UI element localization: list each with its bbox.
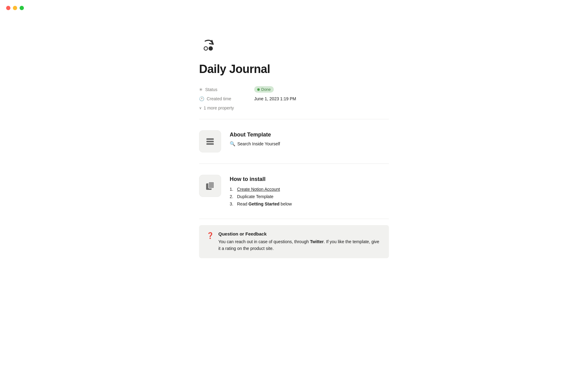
create-notion-account-link[interactable]: Create Notion Account	[237, 187, 280, 192]
install-step-1: 1. Create Notion Account	[230, 186, 389, 193]
page-title: Daily Journal	[199, 63, 389, 76]
page-icon	[199, 37, 389, 56]
feedback-title: Question or Feedback	[218, 231, 382, 236]
chevron-down-icon: ∨	[199, 106, 202, 110]
svg-point-2	[205, 47, 207, 50]
properties-section: ✳ Status Done 🕐 Created time June 1, 202…	[199, 84, 389, 112]
search-inside-yourself-link[interactable]: 🔍 Search Inside Yourself	[230, 141, 389, 147]
minimize-button[interactable]	[13, 6, 17, 10]
created-time-property-row: 🕐 Created time June 1, 2023 1:19 PM	[199, 94, 389, 103]
titlebar	[0, 0, 588, 16]
status-badge: Done	[254, 86, 274, 93]
feedback-text: You can reach out in case of questions, …	[218, 238, 382, 252]
status-property-row: ✳ Status Done	[199, 84, 389, 94]
about-template-title: About Template	[230, 132, 389, 138]
how-to-install-section: How to install 1. Create Notion Account …	[199, 170, 389, 213]
how-to-install-title: How to install	[230, 176, 389, 182]
status-property-value[interactable]: Done	[254, 86, 274, 93]
install-step-2: 2. Duplicate Template	[230, 193, 389, 200]
getting-started-bold: Getting Started	[248, 201, 279, 206]
status-dot	[257, 88, 260, 91]
more-property-toggle[interactable]: ∨ 1 more property	[199, 104, 389, 112]
redo-icon	[199, 37, 217, 55]
how-to-install-content: How to install 1. Create Notion Account …	[230, 175, 389, 208]
install-steps-list: 1. Create Notion Account 2. Duplicate Te…	[230, 186, 389, 208]
duplicate-icon	[205, 180, 216, 191]
divider-2	[199, 163, 389, 164]
svg-rect-7	[209, 182, 214, 188]
created-time-value: June 1, 2023 1:19 PM	[254, 96, 296, 101]
about-template-icon-box	[199, 130, 221, 152]
feedback-box: ❓ Question or Feedback You can reach out…	[199, 225, 389, 258]
question-icon: ❓	[206, 232, 214, 239]
about-template-section: About Template 🔍 Search Inside Yourself	[199, 125, 389, 157]
divider-3	[199, 219, 389, 219]
main-content: Daily Journal ✳ Status Done 🕐 Created ti…	[187, 0, 401, 258]
status-icon: ✳	[199, 87, 203, 92]
close-button[interactable]	[6, 6, 10, 10]
svg-rect-3	[206, 138, 214, 140]
created-time-label: 🕐 Created time	[199, 96, 254, 101]
feedback-content: Question or Feedback You can reach out i…	[218, 231, 382, 252]
search-icon: 🔍	[230, 141, 236, 147]
svg-rect-4	[206, 141, 214, 142]
install-step-3: 3. Read Getting Started below	[230, 200, 389, 208]
divider-1	[199, 119, 389, 119]
layers-icon	[205, 136, 216, 147]
about-template-content: About Template 🔍 Search Inside Yourself	[230, 130, 389, 147]
clock-icon: 🕐	[199, 96, 204, 101]
twitter-link[interactable]: Twitter	[310, 239, 324, 244]
svg-rect-5	[206, 143, 214, 145]
how-to-install-icon-box	[199, 175, 221, 197]
maximize-button[interactable]	[20, 6, 24, 10]
svg-point-1	[209, 46, 213, 51]
status-property-label: ✳ Status	[199, 87, 254, 92]
